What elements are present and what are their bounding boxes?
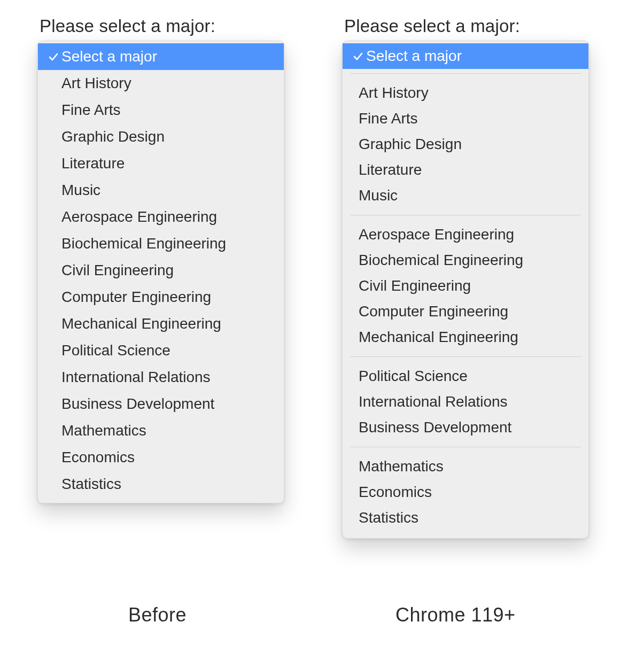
option-item[interactable]: International Relations (343, 389, 588, 415)
option-label: International Relations (61, 370, 274, 385)
option-item[interactable]: Biochemical Engineering (38, 230, 284, 257)
option-label: Business Development (359, 420, 579, 435)
option-label: Aerospace Engineering (61, 209, 274, 224)
before-heading: Please select a major: (40, 16, 302, 36)
option-label: Mechanical Engineering (359, 330, 579, 345)
option-label: Select a major (61, 49, 274, 64)
group-separator (350, 356, 581, 357)
option-label: Computer Engineering (61, 290, 274, 305)
option-item[interactable]: Statistics (38, 471, 284, 497)
option-label: Statistics (61, 477, 274, 492)
option-label: Art History (61, 76, 274, 91)
checkmark-icon (45, 51, 61, 62)
option-item[interactable]: Music (38, 177, 284, 204)
option-item[interactable]: Art History (343, 80, 588, 106)
option-label: Art History (359, 85, 579, 100)
option-item[interactable]: Literature (343, 157, 588, 183)
option-item[interactable]: Business Development (38, 391, 284, 417)
option-item[interactable]: Political Science (38, 337, 284, 364)
option-item[interactable]: Art History (38, 70, 284, 97)
option-item[interactable]: Fine Arts (38, 97, 284, 123)
option-label: Business Development (61, 397, 274, 411)
option-item[interactable]: Biochemical Engineering (343, 247, 588, 273)
option-item[interactable]: Fine Arts (343, 106, 588, 131)
option-item[interactable]: Economics (343, 479, 588, 505)
option-label: Mechanical Engineering (61, 316, 274, 331)
option-label: Music (359, 188, 579, 203)
option-item[interactable]: Mechanical Engineering (38, 310, 284, 337)
option-label: Select a major (366, 49, 579, 64)
option-label: Literature (61, 156, 274, 171)
option-item[interactable]: Mechanical Engineering (343, 324, 588, 350)
after-caption: Chrome 119+ (395, 604, 516, 626)
option-label: Biochemical Engineering (359, 253, 579, 268)
option-select-a-major[interactable]: Select a major (38, 43, 284, 70)
option-item[interactable]: Statistics (343, 505, 588, 531)
option-label: Fine Arts (61, 103, 274, 118)
option-group: Aerospace Engineering Biochemical Engine… (343, 220, 588, 352)
option-item[interactable]: Mathematics (343, 454, 588, 479)
option-item[interactable]: Graphic Design (38, 123, 284, 150)
option-group: Mathematics Economics Statistics (343, 452, 588, 533)
option-label: Literature (359, 162, 579, 177)
before-column: Please select a major: Select a major Ar… (37, 16, 305, 503)
option-label: Political Science (359, 369, 579, 384)
option-select-a-major[interactable]: Select a major (343, 43, 588, 69)
option-item[interactable]: Civil Engineering (343, 273, 588, 299)
option-label: Civil Engineering (359, 278, 579, 293)
option-item[interactable]: Literature (38, 150, 284, 177)
option-label: Aerospace Engineering (359, 227, 579, 242)
option-label: Political Science (61, 343, 274, 358)
option-item[interactable]: Aerospace Engineering (38, 204, 284, 230)
checkmark-icon (350, 51, 366, 61)
after-select-menu[interactable]: Select a major Art History Fine Arts Gra… (342, 41, 589, 539)
option-label: Graphic Design (61, 129, 274, 144)
option-item[interactable]: International Relations (38, 364, 284, 391)
option-label: Computer Engineering (359, 304, 579, 319)
option-item[interactable]: Computer Engineering (343, 299, 588, 324)
group-separator (350, 447, 581, 447)
option-label: Mathematics (359, 459, 579, 474)
option-label: Fine Arts (359, 111, 579, 126)
after-column: Please select a major: Select a major Ar… (342, 16, 609, 539)
option-label: Economics (359, 485, 579, 500)
after-heading: Please select a major: (344, 16, 607, 36)
option-label: Graphic Design (359, 137, 579, 152)
option-label: Music (61, 183, 274, 198)
group-separator (350, 73, 581, 74)
before-caption: Before (128, 604, 187, 626)
option-label: Economics (61, 450, 274, 465)
option-label: International Relations (359, 394, 579, 409)
option-item[interactable]: Computer Engineering (38, 284, 284, 310)
option-item[interactable]: Business Development (343, 415, 588, 440)
option-item[interactable]: Civil Engineering (38, 257, 284, 284)
option-item[interactable]: Mathematics (38, 417, 284, 444)
group-separator (350, 215, 581, 215)
option-group: Political Science International Relation… (343, 361, 588, 442)
before-select-menu[interactable]: Select a major Art History Fine Arts Gra… (37, 41, 284, 503)
option-item[interactable]: Economics (38, 444, 284, 471)
option-item[interactable]: Music (343, 183, 588, 208)
option-item[interactable]: Aerospace Engineering (343, 222, 588, 247)
option-label: Biochemical Engineering (61, 236, 274, 251)
option-label: Civil Engineering (61, 263, 274, 278)
option-label: Statistics (359, 510, 579, 525)
option-item[interactable]: Graphic Design (343, 131, 588, 157)
option-item[interactable]: Political Science (343, 363, 588, 389)
option-label: Mathematics (61, 423, 274, 438)
option-group: Art History Fine Arts Graphic Design Lit… (343, 78, 588, 211)
